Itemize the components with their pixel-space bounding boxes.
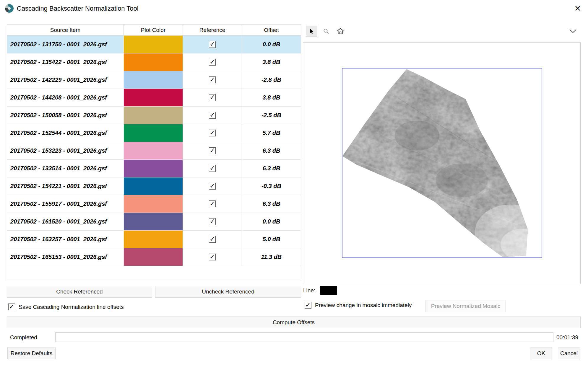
plot-color-cell — [124, 142, 183, 160]
table-row[interactable]: 20170502 - 165153 - 0001_2026.gsf 11.3 d… — [7, 248, 301, 266]
plot-color-swatch[interactable] — [124, 89, 183, 106]
plot-color-cell — [124, 195, 183, 213]
reference-checkbox[interactable] — [209, 94, 216, 101]
reference-checkbox[interactable] — [209, 112, 216, 119]
plot-color-swatch[interactable] — [124, 53, 183, 71]
plot-color-swatch[interactable] — [124, 177, 183, 195]
source-item-name: 20170502 - 154221 - 0001_2026.gsf — [7, 177, 124, 195]
source-table: Source Item Plot Color Reference Offset … — [7, 24, 301, 281]
plot-color-swatch[interactable] — [124, 142, 183, 159]
plot-color-swatch[interactable] — [124, 248, 183, 266]
reference-checkbox[interactable] — [209, 130, 216, 136]
uncheck-referenced-button[interactable]: Uncheck Referenced — [155, 286, 301, 298]
reference-cell — [183, 231, 242, 248]
mosaic-bounds-rectangle — [342, 68, 542, 258]
reference-checkbox[interactable] — [209, 218, 216, 225]
source-item-name: 20170502 - 152544 - 0001_2026.gsf — [7, 124, 124, 142]
preview-immediately-label: Preview change in mosaic immediately — [315, 302, 412, 309]
table-row[interactable]: 20170502 - 152544 - 0001_2026.gsf 5.7 dB — [7, 124, 301, 142]
title-bar: Cascading Backscatter Normalization Tool… — [0, 0, 588, 17]
window-title: Cascading Backscatter Normalization Tool — [17, 0, 139, 17]
reference-checkbox[interactable] — [209, 41, 216, 48]
progress-status-label: Completed — [10, 333, 37, 342]
plot-color-cell — [124, 248, 183, 266]
plot-color-cell — [124, 213, 183, 231]
ok-button[interactable]: OK — [530, 348, 552, 359]
plot-color-swatch[interactable] — [124, 160, 183, 177]
source-item-name: 20170502 - 153223 - 0001_2026.gsf — [7, 142, 124, 160]
table-row[interactable]: 20170502 - 154221 - 0001_2026.gsf -0.3 d… — [7, 177, 301, 195]
plot-color-swatch[interactable] — [124, 231, 183, 248]
reference-cell — [183, 177, 242, 195]
reference-checkbox[interactable] — [209, 59, 216, 66]
offset-value: 3.8 dB — [242, 53, 301, 71]
table-row[interactable]: 20170502 - 155917 - 0001_2026.gsf 6.3 dB — [7, 195, 301, 213]
save-offsets-checkbox[interactable] — [8, 304, 15, 310]
offset-value: 5.7 dB — [242, 124, 301, 142]
plot-color-swatch[interactable] — [124, 195, 183, 213]
plot-color-cell — [124, 160, 183, 177]
progress-bar — [55, 332, 553, 342]
reference-cell — [183, 71, 242, 89]
plot-color-swatch[interactable] — [124, 107, 183, 124]
source-item-name: 20170502 - 142229 - 0001_2026.gsf — [7, 71, 124, 89]
save-offsets-label: Save Cascading Normalization line offset… — [19, 304, 124, 310]
plot-color-cell — [124, 107, 183, 124]
reference-cell — [183, 124, 242, 142]
restore-defaults-button[interactable]: Restore Defaults — [7, 348, 56, 359]
reference-cell — [183, 107, 242, 124]
plot-color-cell — [124, 71, 183, 89]
close-icon[interactable]: ✕ — [572, 3, 583, 14]
line-label: Line: — [303, 287, 315, 294]
reference-cell — [183, 89, 242, 107]
source-item-name: 20170502 - 133514 - 0001_2026.gsf — [7, 160, 124, 177]
line-color-swatch[interactable] — [320, 286, 337, 295]
table-row[interactable]: 20170502 - 131750 - 0001_2026.gsf 0.0 dB — [7, 36, 301, 53]
table-row[interactable]: 20170502 - 153223 - 0001_2026.gsf 6.3 dB — [7, 142, 301, 160]
elapsed-time: 00:01:39 — [556, 333, 578, 342]
column-header-offset: Offset — [242, 25, 301, 36]
offset-value: 0.0 dB — [242, 213, 301, 231]
reference-checkbox[interactable] — [209, 200, 216, 207]
zoom-tool-icon[interactable] — [321, 26, 331, 36]
table-row[interactable]: 20170502 - 133514 - 0001_2026.gsf 6.3 dB — [7, 160, 301, 177]
reference-cell — [183, 142, 242, 160]
plot-color-swatch[interactable] — [124, 213, 183, 230]
table-row[interactable]: 20170502 - 163257 - 0001_2026.gsf 5.0 dB — [7, 231, 301, 248]
reference-cell — [183, 160, 242, 177]
table-row[interactable]: 20170502 - 142229 - 0001_2026.gsf -2.8 d… — [7, 71, 301, 89]
mosaic-preview-canvas[interactable] — [303, 42, 581, 284]
reference-checkbox[interactable] — [209, 254, 216, 260]
plot-color-swatch[interactable] — [124, 124, 183, 142]
source-item-name: 20170502 - 131750 - 0001_2026.gsf — [7, 36, 124, 53]
chevron-down-icon[interactable] — [568, 28, 577, 34]
preview-immediately-row: Preview change in mosaic immediately — [305, 302, 412, 309]
table-row[interactable]: 20170502 - 161520 - 0001_2026.gsf 0.0 dB — [7, 213, 301, 231]
compute-offsets-button[interactable]: Compute Offsets — [7, 317, 581, 328]
reference-checkbox[interactable] — [209, 165, 216, 172]
home-tool-icon[interactable] — [335, 26, 345, 36]
offset-value: 6.3 dB — [242, 160, 301, 177]
reference-checkbox[interactable] — [209, 183, 216, 190]
reference-cell — [183, 36, 242, 53]
reference-cell — [183, 53, 242, 71]
plot-color-cell — [124, 89, 183, 107]
cancel-button[interactable]: Cancel — [558, 348, 580, 359]
offset-value: -2.5 dB — [242, 107, 301, 124]
reference-checkbox[interactable] — [209, 147, 216, 154]
plot-color-swatch[interactable] — [124, 36, 183, 53]
source-table-body: 20170502 - 131750 - 0001_2026.gsf 0.0 dB… — [7, 36, 301, 266]
check-referenced-button[interactable]: Check Referenced — [7, 286, 152, 298]
table-row[interactable]: 20170502 - 150058 - 0001_2026.gsf -2.5 d… — [7, 107, 301, 124]
pointer-tool-icon[interactable] — [306, 26, 317, 37]
plot-color-swatch[interactable] — [124, 71, 183, 89]
reference-checkbox[interactable] — [209, 236, 216, 243]
table-row[interactable]: 20170502 - 135422 - 0001_2026.gsf 3.8 dB — [7, 53, 301, 71]
plot-color-cell — [124, 124, 183, 142]
source-item-name: 20170502 - 135422 - 0001_2026.gsf — [7, 53, 124, 71]
preview-immediately-checkbox[interactable] — [305, 302, 311, 309]
source-item-name: 20170502 - 155917 - 0001_2026.gsf — [7, 195, 124, 213]
table-row[interactable]: 20170502 - 144208 - 0001_2026.gsf 3.8 dB — [7, 89, 301, 107]
reference-checkbox[interactable] — [209, 76, 216, 83]
preview-normalized-mosaic-button[interactable]: Preview Normalized Mosaic — [425, 300, 506, 312]
